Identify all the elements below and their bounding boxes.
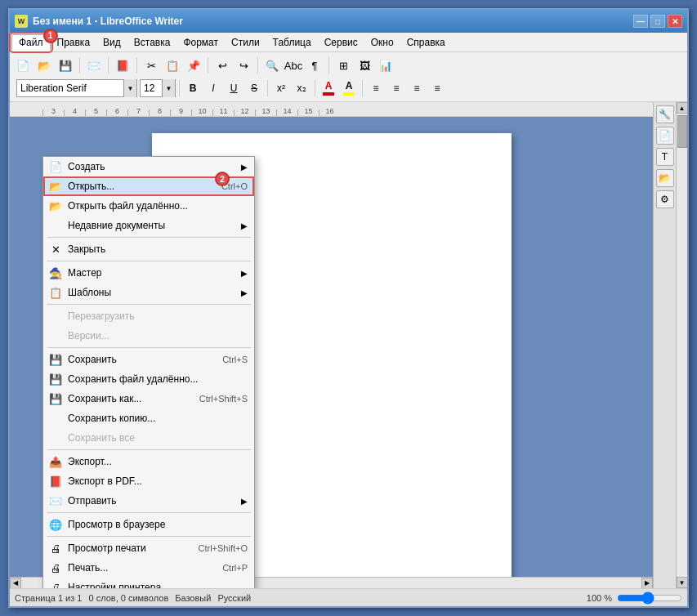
open-button[interactable]: 📂 — [34, 56, 54, 75]
close-button[interactable]: ✕ — [668, 15, 682, 28]
scroll-down-arrow[interactable]: ▼ — [677, 577, 688, 588]
print-icon: 🖨 — [47, 559, 65, 577]
new-doc-button[interactable]: 📄 — [13, 56, 33, 75]
toolbar-separator-4 — [208, 57, 208, 74]
menu-save-as[interactable]: 💾 Сохранить как... Ctrl+Shift+S — [43, 389, 254, 408]
maximize-button[interactable]: □ — [650, 15, 665, 28]
open-icon: 📂 — [47, 177, 65, 195]
menu-item-styles[interactable]: Стили — [225, 35, 266, 50]
menu-wizard[interactable]: 🧙 Мастер ▶ — [43, 263, 254, 283]
menu-item-window[interactable]: Окно — [364, 35, 400, 50]
align-center-button[interactable]: ≡ — [386, 79, 406, 97]
menu-save-all[interactable]: Сохранить все — [43, 428, 254, 448]
wizard-icon: 🧙 — [47, 264, 65, 282]
highlight-button[interactable]: A — [339, 79, 359, 97]
menu-save[interactable]: 💾 Сохранить Ctrl+S — [43, 350, 254, 369]
send-icon: ✉️ — [47, 492, 65, 510]
chart-button[interactable]: 📊 — [376, 56, 395, 75]
copy-button[interactable]: 📋 — [163, 56, 182, 75]
sep2 — [47, 261, 251, 261]
menu-print-preview[interactable]: 🖨 Просмотр печати Ctrl+Shift+O — [43, 538, 254, 558]
paste-button[interactable]: 📌 — [184, 56, 203, 75]
auto-spell-button[interactable]: ¶ — [305, 56, 324, 75]
main-area: 📄 Создать ▶ 📂 Открыть... Ctrl+O 2 📂 Откр… — [10, 102, 687, 588]
align-right-button[interactable]: ≡ — [407, 79, 427, 97]
menu-templates[interactable]: 📋 Шаблоны ▶ — [43, 283, 254, 302]
menu-recent[interactable]: Недавние документы ▶ — [43, 216, 254, 235]
menu-browser-preview[interactable]: 🌐 Просмотр в браузере — [43, 515, 254, 534]
menu-item-insert[interactable]: Вставка — [127, 35, 177, 50]
file-menu-badge: 1 — [43, 29, 58, 43]
v-scroll-track — [677, 114, 687, 577]
sidebar-btn-file[interactable]: 📄 — [656, 127, 674, 145]
menu-print[interactable]: 🖨 Печать... Ctrl+P — [43, 558, 254, 578]
find-button[interactable]: 🔍 — [262, 56, 282, 75]
table-button[interactable]: ⊞ — [333, 56, 353, 75]
menu-open-remote[interactable]: 📂 Открыть файл удалённо... — [43, 196, 254, 216]
superscript-button[interactable]: x² — [271, 79, 291, 97]
undo-button[interactable]: ↩ — [212, 56, 232, 75]
menu-reload[interactable]: Перезагрузить — [43, 306, 254, 326]
cut-button[interactable]: ✂ — [141, 56, 161, 75]
spell-button[interactable]: Abc — [284, 56, 303, 75]
export-pdf-icon: 📕 — [47, 472, 65, 490]
menu-item-help[interactable]: Справка — [400, 35, 452, 50]
menu-item-file[interactable]: Файл 1 — [11, 34, 51, 51]
redo-button[interactable]: ↪ — [234, 56, 253, 75]
menu-item-format[interactable]: Формат — [176, 35, 225, 50]
toolbar-separator-1 — [79, 57, 80, 74]
title-bar: W Без имени 1 - LibreOffice Writer — □ ✕ — [10, 10, 687, 33]
menu-printer-settings[interactable]: 🖨 Настройки принтера... — [43, 578, 254, 588]
menu-close[interactable]: ✕ Закрыть — [43, 239, 254, 259]
scroll-left-arrow[interactable]: ◀ — [10, 578, 21, 589]
status-bar: Страница 1 из 1 0 слов, 0 символов Базов… — [10, 588, 687, 606]
save-icon: 💾 — [47, 350, 65, 368]
print-preview-icon: 🖨 — [47, 539, 65, 557]
right-sidebar: 🔧 📄 T 📂 ⚙ — [653, 102, 676, 588]
menu-save-copy[interactable]: Сохранить копию... — [43, 408, 254, 428]
underline-button[interactable]: U — [224, 79, 244, 97]
scroll-right-arrow[interactable]: ▶ — [641, 578, 653, 589]
font-name-arrow[interactable]: ▼ — [123, 79, 136, 97]
menu-versions[interactable]: Версии... — [43, 326, 254, 346]
menu-item-table[interactable]: Таблица — [266, 35, 318, 50]
save-button[interactable]: 💾 — [56, 56, 75, 75]
align-justify-button[interactable]: ≡ — [427, 79, 447, 97]
subscript-button[interactable]: x₂ — [292, 79, 311, 97]
sidebar-btn-wrench[interactable]: 🔧 — [656, 105, 674, 123]
menu-item-tools[interactable]: Сервис — [318, 35, 364, 50]
sidebar-btn-text[interactable]: T — [656, 148, 674, 166]
file-dropdown-menu: 📄 Создать ▶ 📂 Открыть... Ctrl+O 2 📂 Откр… — [42, 156, 255, 588]
bold-button[interactable]: B — [183, 79, 203, 97]
sidebar-btn-settings[interactable]: ⚙ — [656, 190, 674, 208]
v-scroll-thumb[interactable] — [677, 115, 687, 148]
toolbar-row-1: 📄 📂 💾 ✉️ 📕 ✂ 📋 📌 ↩ ↪ 🔍 Abc ¶ ⊞ — [13, 54, 684, 77]
zoom-level: 100 % — [587, 593, 612, 603]
open-menu-badge: 2 — [215, 172, 230, 186]
ruler: 3 4 5 6 7 8 9 10 11 12 13 14 15 16 — [10, 102, 653, 117]
menu-item-view[interactable]: Вид — [96, 35, 127, 50]
font-size-arrow[interactable]: ▼ — [162, 79, 175, 97]
export-icon: 📤 — [47, 453, 65, 471]
email-button[interactable]: ✉️ — [84, 56, 104, 75]
image-button[interactable]: 🖼 — [355, 56, 374, 75]
zoom-slider[interactable] — [617, 591, 682, 605]
sep3 — [47, 304, 251, 305]
italic-button[interactable]: I — [203, 79, 223, 97]
menu-send[interactable]: ✉️ Отправить ▶ — [43, 491, 254, 511]
sidebar-btn-folder[interactable]: 📂 — [656, 169, 674, 187]
minimize-button[interactable]: — — [633, 15, 648, 28]
browser-icon: 🌐 — [47, 516, 65, 533]
pdf-button[interactable]: 📕 — [113, 56, 132, 75]
scroll-up-arrow[interactable]: ▲ — [677, 102, 688, 114]
menu-open[interactable]: 📂 Открыть... Ctrl+O 2 — [43, 176, 254, 196]
menu-export-pdf[interactable]: 📕 Экспорт в PDF... — [43, 471, 254, 491]
menu-save-remote[interactable]: 💾 Сохранить файл удалённо... — [43, 369, 254, 389]
save-remote-icon: 💾 — [47, 370, 65, 388]
align-left-button[interactable]: ≡ — [366, 79, 386, 97]
strikethrough-button[interactable]: S — [244, 79, 264, 97]
menu-export[interactable]: 📤 Экспорт... — [43, 452, 254, 471]
toolbar-separator-5 — [257, 57, 258, 74]
font-color-button[interactable]: A — [319, 79, 338, 97]
versions-icon — [47, 327, 65, 345]
